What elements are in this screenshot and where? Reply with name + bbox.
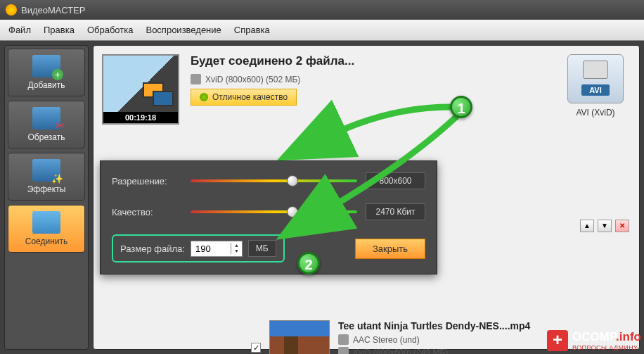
cut-button[interactable]: Обрезать xyxy=(8,101,85,148)
watermark-tagline: ВОПРОСЫ АДМИНУ xyxy=(572,344,641,351)
app-logo-icon xyxy=(6,4,17,15)
menu-file[interactable]: Файл xyxy=(8,25,31,35)
filesize-unit[interactable]: МБ xyxy=(248,240,276,257)
video-icon xyxy=(338,347,349,354)
join-label: Соединить xyxy=(25,236,68,246)
app-title: ВидеоМАСТЕР xyxy=(21,5,85,15)
filesize-label: Размер файла: xyxy=(120,244,185,254)
wand-icon xyxy=(32,159,60,182)
row-checkbox[interactable]: ✓ xyxy=(251,343,261,353)
row-controls: ▲ ▼ ✕ xyxy=(580,220,629,232)
format-tag: AVI xyxy=(581,84,610,96)
quality-text: Отличное качество xyxy=(212,92,288,102)
quality-panel: Разрешение: 800x600 Качество: 2470 Кбит … xyxy=(100,160,437,274)
duration-label: 00:19:18 xyxy=(103,112,178,123)
effects-button[interactable]: Эффекты xyxy=(8,153,85,201)
summary-row: 00:19:18 Будет соединено 2 файла... XviD… xyxy=(102,54,631,125)
sidebar: Добавить Обрезать Эффекты Соединить xyxy=(4,45,89,350)
audio-info: AAC Stereo (und) xyxy=(353,335,420,345)
menu-playback[interactable]: Воспроизведение xyxy=(146,25,221,35)
camera-icon xyxy=(583,61,608,79)
menu-edit[interactable]: Правка xyxy=(44,25,75,35)
filesize-input[interactable] xyxy=(191,241,231,256)
video-thumbnail[interactable] xyxy=(269,320,330,354)
quality-slider[interactable] xyxy=(191,210,357,213)
audio-icon xyxy=(338,334,349,345)
file-title: Tee utant Ninja Turtles Dendy-NES....mp4 xyxy=(338,320,530,331)
filesize-spinner[interactable]: ▲ ▼ xyxy=(191,241,243,257)
quality-badge[interactable]: Отличное качество xyxy=(191,89,297,106)
menubar: Файл Правка Обработка Воспроизведение Сп… xyxy=(0,20,644,41)
film-small-icon xyxy=(191,74,201,84)
watermark-brand: OCOMP xyxy=(572,330,616,343)
join-icon xyxy=(32,211,60,234)
add-label: Добавить xyxy=(27,80,65,90)
resolution-slider[interactable] xyxy=(191,179,357,182)
spinner-down[interactable]: ▼ xyxy=(231,248,242,254)
move-down-button[interactable]: ▼ xyxy=(598,220,612,232)
output-format[interactable]: AVI AVI (XviD) xyxy=(560,54,631,125)
slider-thumb[interactable] xyxy=(287,206,298,217)
cursor-icon: ↖ xyxy=(313,217,322,230)
add-button[interactable]: Добавить xyxy=(8,49,85,96)
summary-title: Будет соединено 2 файла... xyxy=(191,54,549,68)
join-button[interactable]: Соединить xyxy=(8,205,85,253)
film-icon xyxy=(153,91,174,106)
list-item: ✓ Tee utant Ninja Turtles Dendy-NES....m… xyxy=(251,320,530,354)
annotation-marker-1: 1 xyxy=(450,96,472,118)
menu-help[interactable]: Справка xyxy=(234,25,270,35)
spinner-up[interactable]: ▲ xyxy=(231,243,242,248)
format-label: AVI (XviD) xyxy=(560,108,631,118)
annotation-marker-2: 2 xyxy=(297,252,320,274)
titlebar: ВидеоМАСТЕР xyxy=(0,0,644,20)
quality-dot-icon xyxy=(200,93,208,101)
resolution-label: Разрешение: xyxy=(112,176,182,187)
effects-label: Эффекты xyxy=(27,184,66,194)
combined-thumbnail[interactable]: 00:19:18 xyxy=(102,54,179,125)
move-up-button[interactable]: ▲ xyxy=(580,220,594,232)
menu-process[interactable]: Обработка xyxy=(87,25,134,35)
resolution-value: 800x600 xyxy=(366,172,425,189)
filesize-group: Размер файла: ▲ ▼ МБ xyxy=(112,234,285,263)
quality-value: 2470 Кбит xyxy=(366,203,425,220)
slider-thumb[interactable] xyxy=(287,175,298,187)
watermark-icon xyxy=(547,330,568,351)
close-button[interactable]: Закрыть xyxy=(355,239,425,259)
codec-info: XviD (800x600) (502 МБ) xyxy=(205,75,300,84)
delete-button[interactable]: ✕ xyxy=(615,220,629,232)
scissors-icon xyxy=(32,107,60,129)
add-icon xyxy=(32,55,60,77)
quality-label: Качество: xyxy=(112,207,182,217)
cut-label: Обрезать xyxy=(28,132,65,142)
watermark: OCOMP.info ВОПРОСЫ АДМИНУ xyxy=(547,330,641,351)
watermark-tld: .info xyxy=(616,330,641,343)
video-info: XviD (800x600) (249 МБ) xyxy=(353,348,448,355)
